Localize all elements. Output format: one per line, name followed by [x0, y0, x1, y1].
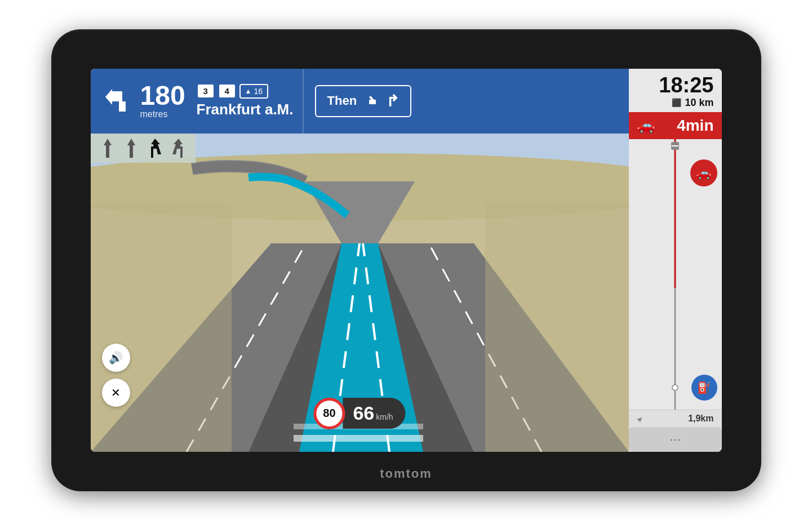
turn-arrow-icon	[100, 84, 134, 118]
brand-label: tomtom	[380, 466, 432, 481]
finish-flag-icon: ⬛	[672, 98, 681, 107]
distance-number: 180	[140, 82, 185, 109]
close-button[interactable]: ✕	[102, 379, 130, 407]
then-box: Then ↱	[315, 85, 412, 117]
svg-marker-16	[104, 139, 112, 158]
route-sign-4: 4	[218, 83, 236, 99]
route-sign-3: 3	[197, 83, 215, 99]
device-shell: 180 metres 3 4 ▲ 16 Frankf	[51, 29, 761, 491]
lane-arrow-2	[123, 138, 139, 158]
lane-arrow-4	[171, 138, 187, 158]
lane-arrow-1	[100, 138, 116, 158]
route-timeline: 🚗 ⛽	[629, 139, 722, 410]
fuel-icon: ⛽	[691, 375, 717, 401]
close-icon: ✕	[111, 386, 121, 399]
traffic-car-icon: 🚗	[637, 117, 655, 134]
traffic-delay: 4min	[677, 117, 713, 135]
nav-instruction: 180 metres 3 4 ▲ 16 Frankf	[91, 69, 304, 134]
lane-arrow-3	[147, 138, 163, 158]
speed-display: 80 66 km/h	[313, 398, 405, 429]
destination-name: Frankfurt a.M.	[197, 101, 294, 118]
traffic-icon: 🚗	[690, 159, 717, 186]
more-icon: ⋯	[669, 433, 681, 446]
speed-limit-value: 80	[323, 407, 335, 420]
svg-rect-12	[294, 435, 423, 442]
distance-to-dest-row: ⬛ 10 km	[637, 96, 714, 109]
distance-to-dest: 10 km	[685, 97, 713, 109]
right-panel: 18:25 ⬛ 10 km 🚗 4min	[629, 69, 722, 452]
svg-marker-17	[127, 139, 135, 158]
traffic-block: 🚗 4min	[629, 112, 722, 139]
bottom-dist-row: ▲ 1,9km	[629, 410, 722, 427]
more-button[interactable]: ⋯	[629, 427, 722, 452]
then-arrow-symbol: ↱	[386, 92, 399, 110]
left-buttons: 🔊 ✕	[102, 344, 130, 407]
time-block: 18:25 ⬛ 10 km	[629, 69, 722, 112]
road-signs: 3 4 ▲ 16 Frankfurt a.M.	[197, 83, 294, 118]
sound-button[interactable]: 🔊	[102, 344, 130, 372]
screen: 180 metres 3 4 ▲ 16 Frankf	[91, 69, 722, 452]
compass-icon: ▲	[634, 412, 646, 424]
svg-marker-18	[151, 139, 161, 158]
speed-value: 66	[353, 402, 374, 424]
highway-number: 16	[254, 87, 263, 96]
navigation-bar: 180 metres 3 4 ▲ 16 Frankf	[91, 69, 629, 134]
road-signs-row: 3 4 ▲ 16	[197, 83, 294, 99]
sound-icon: 🔊	[109, 351, 123, 365]
current-speed-display: 66 km/h	[343, 398, 405, 429]
svg-rect-15	[485, 204, 629, 452]
then-section: Then ↱	[304, 69, 423, 134]
then-label: Then	[327, 94, 357, 108]
lane-indicators	[91, 134, 196, 163]
distance-block: 180 metres	[140, 82, 185, 119]
highway-icon: ▲	[245, 87, 252, 95]
speed-unit: km/h	[376, 412, 393, 421]
highway-sign: ▲ 16	[239, 84, 268, 99]
dist-nearby: 1,9km	[688, 414, 713, 424]
map-area[interactable]: 180 metres 3 4 ▲ 16 Frankf	[91, 69, 629, 452]
svg-rect-14	[91, 204, 232, 452]
svg-marker-19	[172, 139, 183, 158]
speed-limit-sign: 80	[313, 398, 345, 429]
distance-unit: metres	[140, 109, 168, 119]
then-arrow-icon	[363, 93, 379, 109]
time-display: 18:25	[637, 74, 714, 96]
